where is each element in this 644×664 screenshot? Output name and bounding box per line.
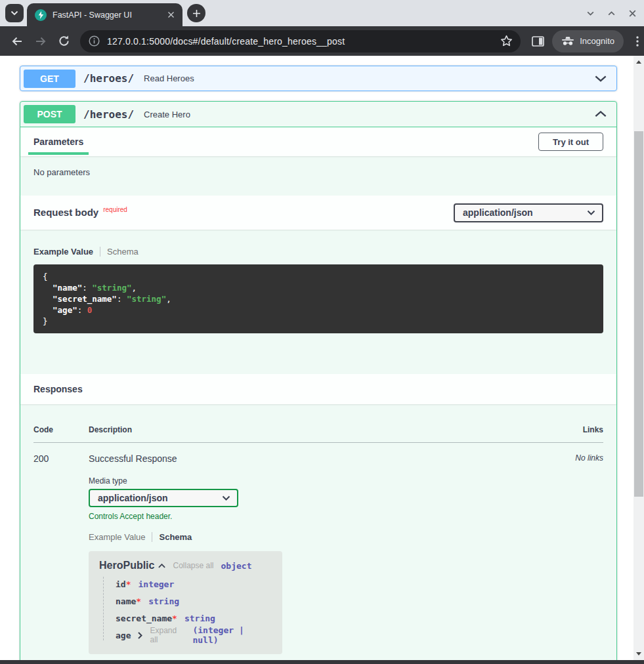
browser-menu-button[interactable] xyxy=(631,36,644,47)
post-summary-row[interactable]: POST /heroes/ Create Hero xyxy=(20,102,616,127)
address-bar[interactable]: 127.0.0.1:5000/docs#/default/create_hero… xyxy=(80,30,521,52)
tab-title: FastAPI - Swagger UI xyxy=(53,10,160,20)
tab-divider xyxy=(152,532,152,542)
collapse-all-link[interactable]: Collapse all xyxy=(173,561,213,570)
tab-close-icon[interactable] xyxy=(165,10,176,20)
side-panel-icon xyxy=(532,36,544,47)
forward-arrow-icon xyxy=(34,35,47,48)
back-button[interactable] xyxy=(9,35,25,48)
accept-header-hint: Controls Accept header. xyxy=(89,512,548,521)
chevron-down-icon xyxy=(595,75,607,82)
scrollbar-thumb[interactable] xyxy=(634,131,643,497)
chevron-up-icon xyxy=(595,111,607,117)
request-body-title: Request body xyxy=(33,207,98,218)
scroll-up-arrow-icon[interactable] xyxy=(636,60,641,64)
request-example-code: { "name": "string", "secret_name": "stri… xyxy=(33,264,603,333)
tab-strip: FastAPI - Swagger UI xyxy=(0,0,644,26)
get-expand-button[interactable] xyxy=(595,75,607,82)
column-code: Code xyxy=(33,425,89,434)
expand-all-link[interactable]: Expand all xyxy=(150,626,185,644)
opblock-get-heroes: GET /heroes/ Read Heroes xyxy=(20,66,617,91)
post-method-badge: POST xyxy=(24,105,75,123)
model-header: HeroPublic Collapse all object xyxy=(99,560,272,571)
scroll-down-arrow-icon[interactable] xyxy=(636,652,641,655)
response-media-type-select[interactable]: application/json xyxy=(89,489,238,507)
get-path: /heroes/ xyxy=(83,72,134,85)
incognito-label: Incognito xyxy=(580,36,614,46)
site-info-icon[interactable] xyxy=(89,35,100,47)
response-tabs: Example Value Schema xyxy=(89,532,548,542)
browser-tab[interactable]: FastAPI - Swagger UI xyxy=(27,3,182,26)
incognito-icon xyxy=(561,36,574,46)
schema-property-row: name*string xyxy=(116,596,272,606)
response-media-type-value: application/json xyxy=(98,493,168,503)
kebab-menu-icon xyxy=(636,36,639,47)
chevron-right-icon xyxy=(138,632,142,639)
tab-example-value[interactable]: Example Value xyxy=(89,532,145,542)
get-summary-row[interactable]: GET /heroes/ Read Heroes xyxy=(20,66,616,91)
new-tab-button[interactable] xyxy=(187,4,205,22)
required-label: required xyxy=(103,206,127,213)
url-text[interactable]: 127.0.0.1:5000/docs#/default/create_hero… xyxy=(107,36,500,47)
post-collapse-button[interactable] xyxy=(595,111,607,117)
fastapi-favicon-icon xyxy=(35,9,47,21)
post-summary: Create Hero xyxy=(144,110,595,119)
browser-toolbar: 127.0.0.1:5000/docs#/default/create_hero… xyxy=(0,26,644,56)
page-content: GET /heroes/ Read Heroes POST /heroes/ C… xyxy=(0,56,633,660)
request-media-type-select[interactable]: application/json xyxy=(454,203,603,222)
scrollbar[interactable] xyxy=(633,56,644,660)
parameters-header: Parameters Try it out xyxy=(20,127,616,156)
window-controls xyxy=(586,5,637,22)
schema-property-row: ageExpand all(integer | null) xyxy=(116,630,272,640)
swagger-ui: GET /heroes/ Read Heroes POST /heroes/ C… xyxy=(0,56,633,660)
model-type: object xyxy=(221,561,252,571)
get-summary: Read Heroes xyxy=(144,73,595,83)
response-row-200: 200 Successful Response Media type appli… xyxy=(33,443,603,654)
chevron-down-icon xyxy=(586,9,595,18)
response-links: No links xyxy=(548,453,603,654)
media-type-label: Media type xyxy=(89,476,548,486)
required-star: * xyxy=(172,613,177,623)
request-body-tabs: Example Value Schema xyxy=(33,247,603,257)
chevron-down-icon xyxy=(11,10,18,16)
reload-icon xyxy=(58,35,70,47)
plus-icon xyxy=(192,9,201,18)
required-star: * xyxy=(126,579,131,589)
schema-property-row: id*integer xyxy=(116,579,272,589)
chevron-down-icon xyxy=(587,210,595,215)
property-expand-button[interactable] xyxy=(138,632,142,639)
forward-button[interactable] xyxy=(33,35,49,48)
request-body-content: Example Value Schema { "name": "string",… xyxy=(20,230,616,333)
tab-search-button[interactable] xyxy=(5,4,24,22)
window-close-button[interactable] xyxy=(628,9,637,18)
tab-schema[interactable]: Schema xyxy=(159,532,192,542)
chevron-up-icon xyxy=(607,9,616,18)
response-description-cell: Successful Response Media type applicati… xyxy=(89,453,548,654)
post-path: /heroes/ xyxy=(83,108,134,121)
chevron-down-icon xyxy=(222,495,230,501)
response-code: 200 xyxy=(33,453,89,654)
no-parameters-text: No parameters xyxy=(20,156,616,196)
schema-property-type: (integer | null) xyxy=(192,625,272,645)
model-collapse-toggle[interactable]: HeroPublic xyxy=(99,560,165,571)
tab-example-value[interactable]: Example Value xyxy=(33,247,93,257)
bookmark-star-icon[interactable] xyxy=(500,35,513,47)
responses-table-header: Code Description Links xyxy=(33,425,603,443)
column-description: Description xyxy=(89,425,548,434)
window-frame-edge xyxy=(0,660,644,664)
response-row-422: 422 Validation Error No links xyxy=(33,654,603,660)
column-links: Links xyxy=(548,425,603,434)
browser-window: { "browser": { "tab": { "title": "FastAP… xyxy=(0,0,644,664)
window-minimize-button[interactable] xyxy=(586,9,595,18)
schema-property-name: name* xyxy=(116,596,141,606)
schema-property-name: age xyxy=(116,631,131,640)
schema-model-box: HeroPublic Collapse all object id*intege… xyxy=(89,551,282,654)
tab-divider xyxy=(100,247,100,257)
get-method-badge: GET xyxy=(24,70,75,88)
schema-property-row: secret_name*string xyxy=(116,613,272,623)
reload-button[interactable] xyxy=(56,35,72,47)
side-panel-button[interactable] xyxy=(529,36,546,47)
window-maximize-button[interactable] xyxy=(607,9,616,18)
tab-schema[interactable]: Schema xyxy=(107,247,139,257)
try-it-out-button[interactable]: Try it out xyxy=(538,133,603,151)
